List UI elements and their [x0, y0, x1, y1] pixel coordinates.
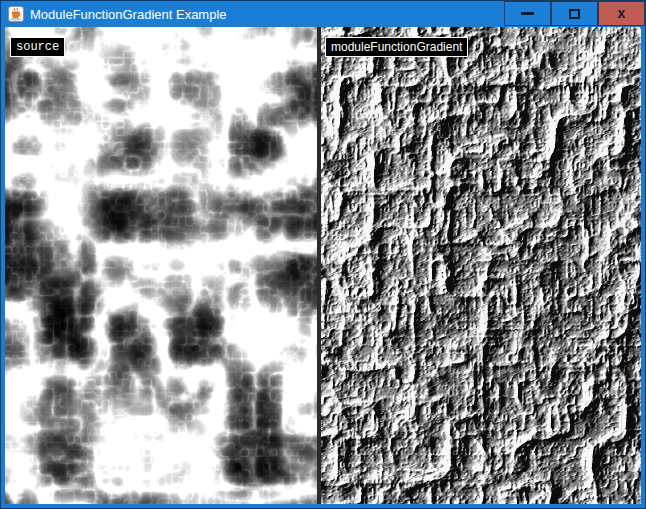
minimize-icon: [521, 12, 534, 15]
window-controls: x: [504, 1, 645, 27]
panel-source: source: [5, 27, 317, 504]
source-noise-image: [5, 27, 317, 504]
gradient-label: moduleFunctionGradient: [325, 37, 468, 57]
gradient-noise-image: [321, 27, 641, 504]
maximize-button[interactable]: [551, 1, 598, 26]
app-window: ModuleFunctionGradient Example x source …: [0, 0, 646, 509]
maximize-icon: [569, 9, 580, 19]
close-button[interactable]: x: [598, 1, 645, 26]
java-coffee-cup-icon: [8, 6, 24, 22]
minimize-button[interactable]: [504, 1, 551, 26]
panel-gradient: moduleFunctionGradient: [321, 27, 641, 504]
titlebar[interactable]: ModuleFunctionGradient Example x: [1, 1, 645, 27]
window-title: ModuleFunctionGradient Example: [30, 7, 504, 22]
content-area: source moduleFunctionGradient: [5, 27, 641, 504]
source-label: source: [10, 37, 65, 57]
close-icon: x: [618, 6, 626, 20]
